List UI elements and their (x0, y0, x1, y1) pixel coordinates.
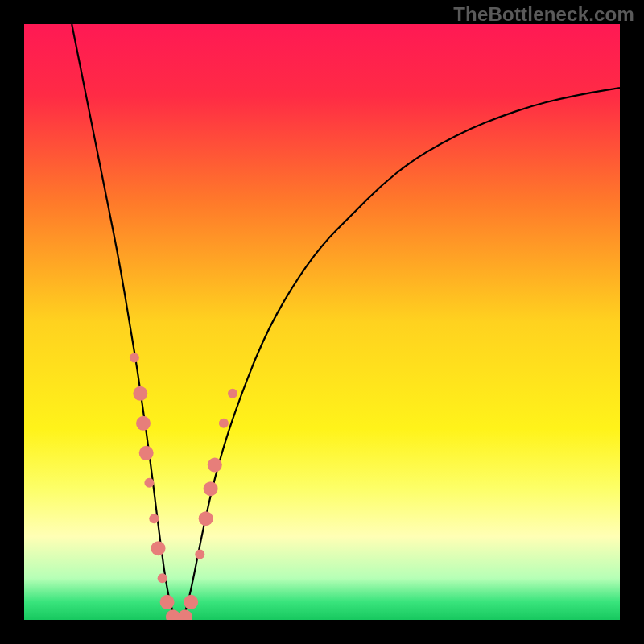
data-marker (195, 550, 204, 559)
data-marker (199, 511, 213, 526)
data-marker (149, 514, 159, 523)
data-marker (208, 458, 222, 473)
data-marker (160, 595, 175, 609)
data-marker (219, 419, 229, 428)
plot-area (24, 24, 620, 620)
data-marker (136, 416, 151, 431)
data-marker (158, 573, 167, 583)
data-marker (133, 386, 147, 401)
chart-container: TheBottleneck.com (0, 0, 644, 644)
data-marker (228, 389, 237, 398)
data-marker (144, 478, 154, 488)
data-marker (130, 353, 139, 362)
data-marker (204, 481, 218, 496)
watermark-text: TheBottleneck.com (453, 3, 634, 26)
chart-svg (24, 24, 620, 620)
data-marker (184, 595, 198, 609)
data-marker (139, 446, 154, 460)
gradient-background (24, 24, 620, 620)
data-marker (151, 541, 166, 555)
